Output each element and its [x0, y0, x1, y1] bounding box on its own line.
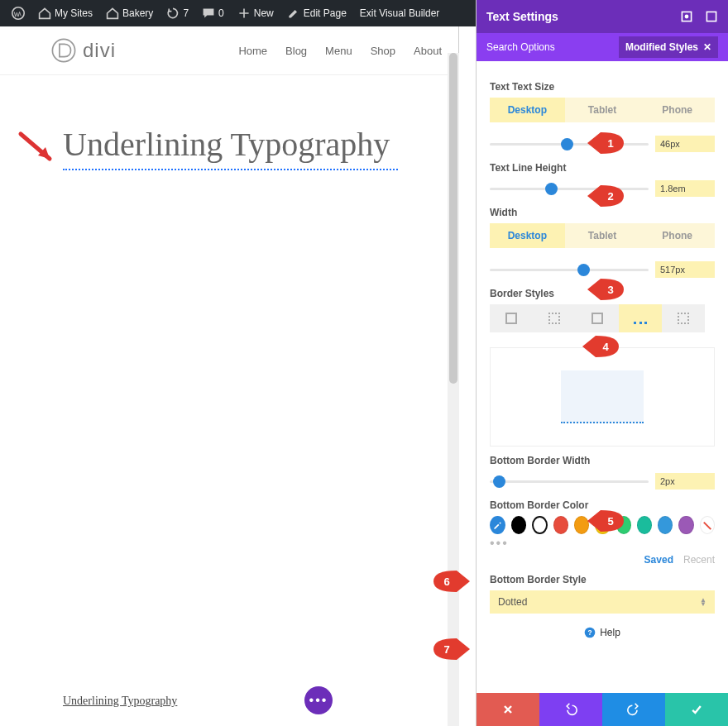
- help-link[interactable]: ? Help: [490, 627, 715, 638]
- slider-track[interactable]: [490, 480, 649, 483]
- slider-thumb[interactable]: [561, 138, 573, 150]
- border-sides: [490, 304, 715, 332]
- more-icon: •••: [309, 693, 328, 708]
- nav-menu[interactable]: Menu: [325, 45, 352, 57]
- swatches: [490, 516, 715, 534]
- panel-header: Text Settings: [477, 0, 728, 33]
- swatch-purple[interactable]: [678, 516, 693, 534]
- swatch-none[interactable]: [700, 516, 715, 534]
- tab-phone[interactable]: Phone: [639, 223, 715, 248]
- value-line-height[interactable]: 1.8em: [655, 180, 715, 197]
- help-label: Help: [600, 627, 620, 638]
- slider-track[interactable]: [490, 143, 649, 146]
- svg-point-1: [52, 39, 74, 61]
- swatch-yellow[interactable]: [595, 516, 610, 534]
- device-tabs-textsize: Desktop Tablet Phone: [490, 98, 715, 122]
- search-options[interactable]: Search Options: [486, 41, 555, 53]
- redo-button[interactable]: [602, 693, 665, 726]
- select-bb-style[interactable]: Dotted ▲▼: [490, 590, 715, 614]
- new-label: New: [254, 7, 274, 19]
- color-picker[interactable]: [490, 516, 505, 534]
- swatch-green[interactable]: [616, 516, 631, 534]
- slider-line-height: 1.8em: [490, 179, 715, 198]
- site-header: divi Home Blog Menu Shop About: [0, 26, 458, 75]
- my-sites-label: My Sites: [55, 7, 93, 19]
- tab-phone[interactable]: Phone: [639, 98, 715, 122]
- border-top[interactable]: [533, 304, 576, 332]
- swatch-black[interactable]: [511, 516, 526, 534]
- slider-thumb[interactable]: [493, 475, 505, 488]
- logo-text: divi: [83, 39, 116, 62]
- fab-more[interactable]: •••: [304, 686, 333, 714]
- nav-home[interactable]: Home: [238, 45, 267, 57]
- my-sites[interactable]: My Sites: [31, 7, 99, 20]
- site-name[interactable]: Bakery: [99, 7, 160, 20]
- exit-vb-label: Exit Visual Builder: [360, 7, 440, 19]
- tab-desktop[interactable]: Desktop: [490, 98, 565, 122]
- slider-thumb[interactable]: [577, 264, 590, 276]
- svg-text:?: ?: [588, 628, 592, 637]
- logo[interactable]: divi: [50, 36, 116, 64]
- heading-text[interactable]: Underlining Typography: [63, 125, 398, 170]
- bottom-caption[interactable]: Underlining Typography: [63, 695, 177, 708]
- swatch-teal[interactable]: [637, 516, 652, 534]
- nav-blog[interactable]: Blog: [285, 45, 307, 57]
- edit-page[interactable]: Edit Page: [280, 7, 353, 20]
- nav-about[interactable]: About: [414, 45, 442, 57]
- border-preview: [490, 347, 715, 447]
- slider-width: 517px: [490, 260, 715, 279]
- more-colors-icon[interactable]: •••: [490, 536, 715, 551]
- swatch-red[interactable]: [553, 516, 568, 534]
- slider-bb-width: 2px: [490, 471, 715, 491]
- tab-desktop[interactable]: Desktop: [490, 223, 565, 248]
- slider-text-size: 46px: [490, 134, 715, 154]
- saved-tab[interactable]: Saved: [644, 554, 673, 566]
- slider-track[interactable]: [490, 269, 649, 271]
- save-button[interactable]: [665, 693, 728, 726]
- comments[interactable]: 0: [195, 7, 231, 20]
- border-bottom[interactable]: [619, 304, 662, 332]
- label-width: Width: [490, 207, 715, 218]
- preview-scrollbar[interactable]: [448, 53, 459, 726]
- tab-tablet[interactable]: Tablet: [565, 223, 640, 248]
- modified-styles-label: Modified Styles: [625, 41, 698, 53]
- edit-page-label: Edit Page: [304, 7, 347, 19]
- close-icon[interactable]: ✕: [703, 41, 711, 53]
- svg-rect-4: [706, 12, 716, 21]
- label-bb-style: Bottom Border Style: [490, 574, 715, 585]
- slider-track[interactable]: [490, 188, 649, 190]
- value-text-size[interactable]: 46px: [655, 136, 715, 152]
- page-preview: divi Home Blog Menu Shop About Underlini…: [0, 26, 459, 726]
- snap-icon[interactable]: [680, 10, 693, 23]
- new[interactable]: New: [231, 7, 280, 20]
- saved-recent-row: Saved Recent: [490, 554, 715, 566]
- select-value: Dotted: [498, 596, 527, 608]
- modified-styles-tab[interactable]: Modified Styles ✕: [619, 36, 718, 58]
- slider-thumb[interactable]: [545, 183, 558, 195]
- swatch-orange[interactable]: [574, 516, 589, 534]
- divi-logo-icon: [50, 36, 78, 64]
- nav-shop[interactable]: Shop: [371, 45, 395, 57]
- swatch-white[interactable]: [532, 516, 548, 534]
- updown-icon: ▲▼: [700, 598, 706, 606]
- site-name-label: Bakery: [122, 7, 153, 19]
- exit-visual-builder[interactable]: Exit Visual Builder: [353, 7, 447, 19]
- label-line-height: Text Line Height: [490, 162, 715, 174]
- updates[interactable]: 7: [160, 7, 195, 20]
- value-bb-width[interactable]: 2px: [655, 473, 715, 490]
- cancel-button[interactable]: [477, 693, 539, 726]
- settings-panel: Text Settings Search Options Modified St…: [476, 0, 728, 726]
- value-width[interactable]: 517px: [655, 261, 715, 278]
- tab-tablet[interactable]: Tablet: [565, 98, 640, 122]
- recent-tab[interactable]: Recent: [683, 554, 715, 566]
- wp-logo[interactable]: [5, 7, 31, 20]
- swatch-blue[interactable]: [658, 516, 673, 534]
- expand-icon[interactable]: [705, 10, 718, 23]
- border-all[interactable]: [490, 304, 533, 332]
- undo-button[interactable]: [539, 693, 602, 726]
- panel-body: Text Text Size Desktop Tablet Phone 46px…: [477, 61, 728, 693]
- border-left[interactable]: [662, 304, 705, 332]
- border-right[interactable]: [576, 304, 619, 332]
- comments-count: 0: [218, 7, 224, 19]
- label-text-size: Text Text Size: [490, 81, 715, 93]
